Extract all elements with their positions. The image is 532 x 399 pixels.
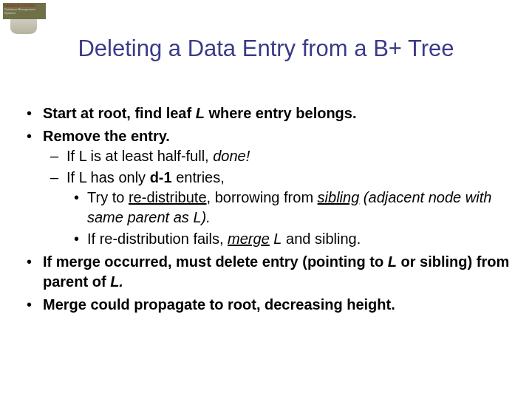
b2bi-pre: Try to (87, 189, 129, 205)
b3-L1: L (388, 253, 397, 270)
b2bii-post1: L (270, 231, 282, 247)
bullet-3: If merge occurred, must delete entry (po… (25, 252, 510, 292)
b2a-done: done! (213, 148, 250, 164)
b2bi-redist: re-distribute (129, 189, 207, 205)
b2bi-sibling: sibling (318, 189, 360, 205)
bullet-2a: If L is at least half-full, done! (43, 146, 510, 166)
slide-body: Start at root, find leaf L where entry b… (25, 103, 510, 318)
b3-L2: L. (110, 273, 123, 290)
book-logo-top: DATABASE SYSTEMS Database Management Sys… (3, 3, 46, 19)
slide: DATABASE SYSTEMS Database Management Sys… (0, 0, 532, 399)
b2b-post: entries, (172, 169, 225, 185)
bullet-2b-ii: If re-distribution fails, merge L and si… (66, 229, 510, 249)
b1-L: L (196, 105, 205, 121)
b2-text: Remove the entry. (43, 128, 170, 144)
book-logo-cylinder-icon (10, 19, 37, 34)
b1-post: where entry belongs. (205, 105, 357, 121)
b2bii-merge: merge (228, 231, 270, 247)
b2b-pre: If L has only (66, 169, 150, 185)
bullet-4: Merge could propagate to root, decreasin… (25, 295, 510, 315)
bullet-2b-i: Try to re-distribute, borrowing from sib… (66, 188, 510, 228)
bullet-1: Start at root, find leaf L where entry b… (25, 103, 510, 123)
b2bii-post2: and sibling. (282, 231, 361, 247)
b2b-d1: d-1 (150, 169, 172, 185)
b2bii-pre: If re-distribution fails, (87, 231, 228, 247)
book-logo: DATABASE SYSTEMS Database Management Sys… (3, 3, 46, 35)
b2bi-mid: , borrowing from (207, 189, 318, 205)
b3-pre: If merge occurred, must delete entry (po… (43, 253, 388, 270)
slide-title: Deleting a Data Entry from a B+ Tree (0, 35, 532, 62)
b1-pre: Start at root, find leaf (43, 105, 196, 121)
b2a-pre: If L is at least half-full, (66, 148, 213, 164)
bullet-2b: If L has only d-1 entries, Try to re-dis… (43, 168, 510, 249)
b4-text: Merge could propagate to root, decreasin… (43, 296, 395, 313)
bullet-2: Remove the entry. If L is at least half-… (25, 126, 510, 249)
logo-line3: Systems (4, 11, 16, 15)
